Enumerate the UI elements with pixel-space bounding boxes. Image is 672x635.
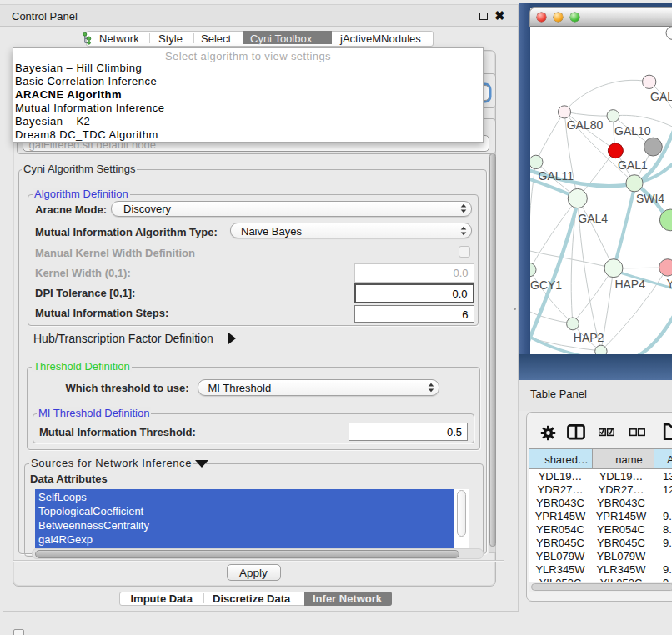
svg-text:GAL80: GAL80 (567, 118, 604, 132)
svg-text:GAL7: GAL7 (650, 90, 672, 103)
svg-text:GCY1: GCY1 (530, 278, 562, 292)
svg-text:HAP2: HAP2 (574, 331, 604, 344)
svg-text:HAP4: HAP4 (614, 278, 645, 291)
svg-text:GAL1: GAL1 (618, 158, 648, 172)
svg-text:GAL4: GAL4 (578, 212, 608, 225)
svg-text:GAL11: GAL11 (539, 169, 574, 182)
svg-text:SWI4: SWI4 (636, 192, 664, 205)
svg-text:Y: Y (666, 277, 672, 290)
svg-text:GAL10: GAL10 (614, 124, 651, 138)
